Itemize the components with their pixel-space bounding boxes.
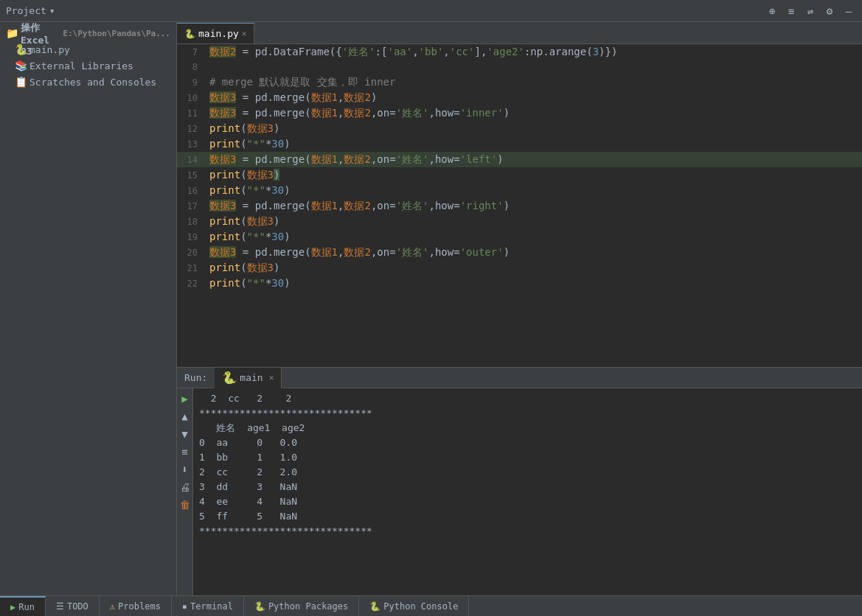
status-tab-python-packages[interactable]: 🐍 Python Packages — [244, 596, 359, 617]
code-line-11: 11 数据3 = pd.merge(数据1,数据2,on='姓名',how='i… — [177, 105, 862, 121]
problems-label: Problems — [118, 601, 161, 612]
line-num-11: 11 — [177, 106, 206, 121]
scratches-icon: 📋 — [15, 76, 27, 88]
code-line-21: 21 print(数据3) — [177, 260, 862, 276]
line-num-22: 22 — [177, 276, 206, 291]
run-play-icon: 🐍 — [222, 371, 237, 385]
sidebar-item-external-libraries[interactable]: 📚 External Libraries — [0, 57, 176, 74]
tab-python-icon: 🐍 — [184, 29, 195, 39]
sidebar-item-mainpy[interactable]: 🐍 main.py — [0, 41, 176, 57]
code-line-18: 18 print(数据3) — [177, 214, 862, 229]
status-tab-run[interactable]: ▶ Run — [0, 596, 46, 617]
line-content-21: print(数据3) — [206, 260, 279, 275]
status-tab-python-console[interactable]: 🐍 Python Console — [359, 596, 469, 617]
editor-area: 🐍 main.py ✕ 7 数据2 = pd.DataFrame({'姓名':[… — [177, 22, 862, 595]
line-content-22: print("*"*30) — [206, 276, 291, 290]
output-row-0: 0 aa 0 0.0 — [199, 435, 856, 450]
list-icon[interactable]: ≡ — [784, 4, 799, 18]
line-num-20: 20 — [177, 245, 206, 260]
output-stars-2: ****************************** — [199, 524, 856, 539]
line-num-12: 12 — [177, 122, 206, 136]
sidebar-file-mainpy: main.py — [29, 44, 70, 55]
side-actions: ▶ ▲ ▼ ≡ ⬇ 🖨 🗑 — [177, 388, 193, 595]
code-line-10: 10 数据3 = pd.merge(数据1,数据2) — [177, 90, 862, 105]
code-line-14: 14 数据3 = pd.merge(数据1,数据2,on='姓名',how='l… — [177, 152, 862, 167]
output-line-1: 2 cc 2 2 — [199, 391, 856, 406]
main-layout: 📁 Pandas操作Excel 03 E:\Python\Pandas\Pa..… — [0, 22, 862, 595]
run-tab-name: main — [240, 372, 263, 383]
status-tab-todo[interactable]: ☰ TODO — [46, 596, 100, 617]
code-line-9: 9 # merge 默认就是取 交集，即 inner — [177, 74, 862, 90]
run-tab-bar: Run: 🐍 main ✕ — [177, 368, 862, 388]
output-row-4: 4 ee 4 NaN — [199, 494, 856, 509]
console-action-1[interactable]: ≡ — [178, 444, 192, 459]
sidebar-external-libraries-label: External Libraries — [29, 60, 133, 71]
line-num-19: 19 — [177, 230, 206, 245]
code-line-19: 19 print("*"*30) — [177, 229, 862, 245]
sidebar-scratches-label: Scratches and Consoles — [29, 77, 156, 88]
code-line-16: 16 print("*"*30) — [177, 183, 862, 198]
project-path: E:\Python\Pandas\Pa... — [63, 29, 170, 38]
code-line-15: 15 print(数据3) — [177, 167, 862, 183]
line-num-7: 7 — [177, 45, 206, 60]
output-row-5: 5 ff 5 NaN — [199, 509, 856, 524]
todo-label: TODO — [67, 601, 88, 612]
problems-icon: ⚠ — [110, 601, 115, 612]
console-output[interactable]: 2 cc 2 2 ****************************** … — [193, 388, 862, 595]
todo-icon: ☰ — [56, 601, 64, 612]
run-tab-close[interactable]: ✕ — [269, 373, 274, 382]
run-tab-main[interactable]: 🐍 main ✕ — [215, 368, 282, 388]
terminal-label: Terminal — [190, 601, 233, 612]
add-icon[interactable]: ⊕ — [765, 4, 779, 18]
minimize-icon[interactable]: — — [841, 4, 856, 18]
code-line-7: 7 数据2 = pd.DataFrame({'姓名':['aa','bb','c… — [177, 44, 862, 60]
line-content-19: print("*"*30) — [206, 229, 291, 244]
status-tab-problems[interactable]: ⚠ Problems — [100, 596, 172, 617]
run-status-icon: ▶ — [10, 602, 15, 612]
scroll-down-button[interactable]: ▼ — [178, 427, 192, 441]
status-tab-terminal[interactable]: ▪ Terminal — [172, 596, 244, 617]
delete-button[interactable]: 🗑 — [178, 497, 192, 512]
line-content-9: # merge 默认就是取 交集，即 inner — [206, 74, 395, 89]
line-num-9: 9 — [177, 75, 206, 90]
code-line-12: 12 print(数据3) — [177, 121, 862, 136]
terminal-icon: ▪ — [182, 601, 187, 612]
run-text: Run: — [184, 372, 207, 383]
line-num-16: 16 — [177, 183, 206, 198]
run-button[interactable]: ▶ — [178, 391, 192, 406]
print-button[interactable]: 🖨 — [178, 480, 192, 494]
tab-close-button[interactable]: ✕ — [242, 29, 247, 38]
output-stars-1: ****************************** — [199, 406, 856, 421]
line-content-15: print(数据3) — [206, 167, 279, 182]
run-status-label: Run — [18, 602, 35, 612]
external-libraries-icon: 📚 — [15, 60, 27, 71]
line-num-21: 21 — [177, 261, 206, 276]
line-content-7: 数据2 = pd.DataFrame({'姓名':['aa','bb','cc'… — [206, 44, 617, 59]
console-action-2[interactable]: ⬇ — [178, 462, 192, 477]
line-content-20: 数据3 = pd.merge(数据1,数据2,on='姓名',how='oute… — [206, 245, 510, 259]
sidebar-project-root[interactable]: 📁 Pandas操作Excel 03 E:\Python\Pandas\Pa..… — [0, 25, 176, 41]
sidebar-item-scratches[interactable]: 📋 Scratches and Consoles — [0, 74, 176, 90]
line-content-17: 数据3 = pd.merge(数据1,数据2,on='姓名',how='righ… — [206, 198, 510, 213]
code-line-8: 8 — [177, 60, 862, 74]
bottom-panel: Run: 🐍 main ✕ ▶ ▲ ▼ ≡ ⬇ 🖨 🗑 — [177, 367, 862, 595]
tab-mainpy[interactable]: 🐍 main.py ✕ — [177, 23, 254, 43]
code-editor[interactable]: 7 数据2 = pd.DataFrame({'姓名':['aa','bb','c… — [177, 44, 862, 367]
sync-icon[interactable]: ⇌ — [803, 4, 818, 18]
top-bar: Project ▾ ⊕ ≡ ⇌ ⚙ — — [0, 0, 862, 22]
line-content-13: print("*"*30) — [206, 136, 291, 151]
line-content-18: print(数据3) — [206, 214, 279, 228]
output-header: 姓名 age1 age2 — [199, 421, 856, 435]
settings-icon[interactable]: ⚙ — [822, 4, 837, 18]
line-content-12: print(数据3) — [206, 121, 279, 136]
line-num-14: 14 — [177, 153, 206, 167]
output-row-3: 3 dd 3 NaN — [199, 480, 856, 494]
sidebar: 📁 Pandas操作Excel 03 E:\Python\Pandas\Pa..… — [0, 22, 177, 595]
line-num-17: 17 — [177, 199, 206, 214]
code-line-13: 13 print("*"*30) — [177, 136, 862, 152]
line-num-18: 18 — [177, 214, 206, 229]
scroll-up-button[interactable]: ▲ — [178, 409, 192, 424]
python-packages-icon: 🐍 — [254, 601, 265, 612]
code-line-20: 20 数据3 = pd.merge(数据1,数据2,on='姓名',how='o… — [177, 245, 862, 260]
project-menu[interactable]: Project ▾ — [6, 5, 55, 16]
